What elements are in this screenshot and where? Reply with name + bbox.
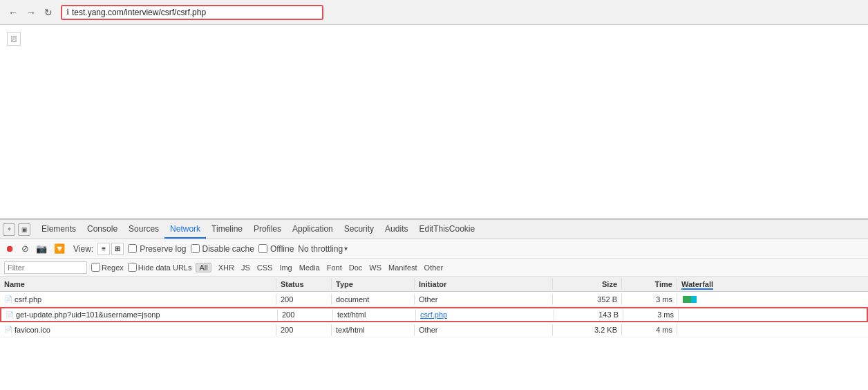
filter-doc-button[interactable]: Doc xyxy=(346,263,366,272)
header-initiator: Initiator xyxy=(415,279,553,290)
devtools-cursor-icon[interactable]: ⌖ xyxy=(3,223,15,236)
row2-name: 📄 get-update.php?uid=101&username=jsonp xyxy=(1,309,278,320)
row3-status: 200 xyxy=(276,324,332,335)
table-row[interactable]: 📄 get-update.php?uid=101&username=jsonp … xyxy=(0,307,868,322)
forward-button[interactable]: → xyxy=(23,6,39,19)
header-waterfall: Waterfall xyxy=(677,279,868,290)
row1-name: 📄 csrf.php xyxy=(0,294,276,305)
preserve-log-checkbox[interactable] xyxy=(128,244,137,253)
row2-waterfall xyxy=(679,308,867,321)
file-icon: 📄 xyxy=(4,295,12,303)
network-table: Name Status Type Initiator Size Time Wat… xyxy=(0,277,868,390)
row2-initiator[interactable]: csrf.php xyxy=(416,309,554,320)
filter-media-button[interactable]: Media xyxy=(296,263,323,272)
filter-other-button[interactable]: Other xyxy=(422,263,446,272)
filter-all-button[interactable]: All xyxy=(196,263,211,272)
filter-font-button[interactable]: Font xyxy=(324,263,345,272)
filter-img-button[interactable]: Img xyxy=(276,263,294,272)
address-bar[interactable]: ℹ test.yang.com/interview/csrf/csrf.php xyxy=(61,5,323,20)
devtools-panel-icon[interactable]: ▣ xyxy=(18,223,30,236)
header-time: Time xyxy=(622,279,677,290)
row3-time: 4 ms xyxy=(622,324,677,335)
table-row[interactable]: 📄 csrf.php 200 document Other 352 B 3 ms xyxy=(0,292,868,307)
tab-sources[interactable]: Sources xyxy=(123,220,164,239)
detail-view-icon[interactable]: ⊞ xyxy=(111,243,124,255)
filter-manifest-button[interactable]: Manifest xyxy=(386,263,420,272)
tab-console[interactable]: Console xyxy=(82,220,123,239)
tab-security[interactable]: Security xyxy=(339,220,379,239)
devtools-tabs-bar: ⌖ ▣ Elements Console Sources Network Tim… xyxy=(0,220,868,239)
offline-checkbox-label[interactable]: Offline xyxy=(258,244,294,254)
page-content: 🖼 xyxy=(0,25,868,219)
row3-waterfall xyxy=(677,324,868,336)
back-button[interactable]: ← xyxy=(6,6,21,19)
list-view-icon[interactable]: ≡ xyxy=(97,243,110,255)
row1-waterfall xyxy=(677,293,868,306)
row3-size: 3.2 KB xyxy=(553,324,622,335)
row3-initiator: Other xyxy=(415,324,553,335)
row2-time: 3 ms xyxy=(623,309,679,320)
hide-data-urls-checkbox-label[interactable]: Hide data URLs xyxy=(128,263,192,272)
row1-status: 200 xyxy=(276,294,332,305)
devtools-toolbar: ⏺ ⊘ 📷 🔽 View: ≡ ⊞ Preserve log Disable c… xyxy=(0,239,868,259)
filter-button[interactable]: 🔽 xyxy=(53,242,66,255)
tab-editthiscookie[interactable]: EditThisCookie xyxy=(413,220,480,239)
header-name: Name xyxy=(0,279,276,290)
tab-profiles[interactable]: Profiles xyxy=(248,220,287,239)
devtools-filter-bar: Regex Hide data URLs All XHR JS CSS Img … xyxy=(0,259,868,277)
disable-cache-checkbox-label[interactable]: Disable cache xyxy=(191,244,254,254)
row1-time: 3 ms xyxy=(622,294,677,305)
file-icon: 📄 xyxy=(6,311,14,319)
filter-input[interactable] xyxy=(4,261,87,274)
header-type: Type xyxy=(332,279,415,290)
view-icons: ≡ ⊞ xyxy=(97,243,124,255)
reload-button[interactable]: ↻ xyxy=(41,6,55,19)
row2-size: 143 B xyxy=(554,309,623,320)
row1-size: 352 B xyxy=(553,294,622,305)
hide-data-urls-checkbox[interactable] xyxy=(128,263,137,272)
broken-image: 🖼 xyxy=(7,32,21,46)
tab-audits[interactable]: Audits xyxy=(379,220,413,239)
devtools-panel: ⌖ ▣ Elements Console Sources Network Tim… xyxy=(0,219,868,390)
nav-buttons: ← → ↻ xyxy=(6,6,55,19)
url-text: test.yang.com/interview/csrf/csrf.php xyxy=(72,8,206,17)
throttle-select[interactable]: No throttling ▾ xyxy=(298,244,348,254)
throttle-dropdown-arrow[interactable]: ▾ xyxy=(344,245,348,252)
table-row[interactable]: 📄 favicon.ico 200 text/html Other 3.2 KB… xyxy=(0,322,868,337)
filter-xhr-button[interactable]: XHR xyxy=(216,263,237,272)
browser-chrome: ← → ↻ ℹ test.yang.com/interview/csrf/csr… xyxy=(0,0,868,25)
header-size: Size xyxy=(553,279,622,290)
row2-status: 200 xyxy=(278,309,333,320)
disable-cache-checkbox[interactable] xyxy=(191,244,200,253)
tab-application[interactable]: Application xyxy=(287,220,339,239)
waterfall-title: Waterfall xyxy=(681,280,713,290)
row3-name: 📄 favicon.ico xyxy=(0,324,276,335)
regex-checkbox[interactable] xyxy=(91,263,100,272)
lock-icon: ℹ xyxy=(66,8,69,17)
stop-button[interactable]: ⊘ xyxy=(20,242,30,255)
initiator-link[interactable]: csrf.php xyxy=(420,310,447,319)
regex-checkbox-label[interactable]: Regex xyxy=(91,263,124,272)
row1-initiator: Other xyxy=(415,294,553,305)
filter-css-button[interactable]: CSS xyxy=(254,263,276,272)
camera-button[interactable]: 📷 xyxy=(35,242,48,255)
record-button[interactable]: ⏺ xyxy=(4,242,16,255)
row2-type: text/html xyxy=(333,309,416,320)
tab-network[interactable]: Network xyxy=(164,220,206,239)
row1-type: document xyxy=(332,294,415,305)
preserve-log-checkbox-label[interactable]: Preserve log xyxy=(128,244,186,254)
file-icon: 📄 xyxy=(4,326,12,333)
header-status: Status xyxy=(276,279,332,290)
filter-js-button[interactable]: JS xyxy=(238,263,253,272)
view-label: View: xyxy=(73,244,93,254)
network-table-header: Name Status Type Initiator Size Time Wat… xyxy=(0,277,868,292)
row3-type: text/html xyxy=(332,324,415,335)
filter-type-buttons: XHR JS CSS Img Media Font Doc WS Manifes… xyxy=(216,263,446,272)
tab-elements[interactable]: Elements xyxy=(36,220,82,239)
tab-timeline[interactable]: Timeline xyxy=(206,220,248,239)
offline-checkbox[interactable] xyxy=(258,244,267,253)
filter-ws-button[interactable]: WS xyxy=(366,263,384,272)
